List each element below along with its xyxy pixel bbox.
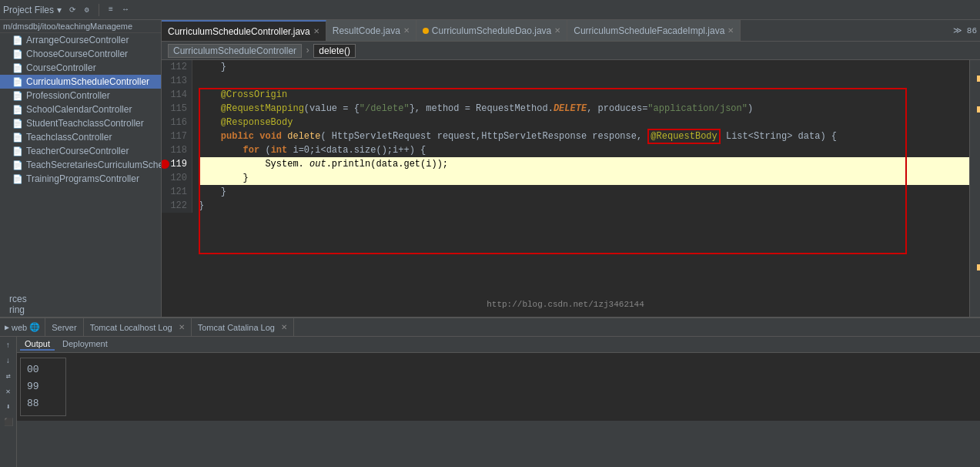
settings-icon[interactable]: ⚙ bbox=[81, 4, 93, 16]
bottom-tab[interactable]: Tomcat Localhost Log✕ bbox=[84, 318, 192, 337]
editor-tab[interactable]: ResultCode.java✕ bbox=[326, 20, 416, 42]
bottom-tab-label: Tomcat Localhost Log bbox=[90, 323, 172, 332]
tab-label: CurriculumScheduleDao.java bbox=[432, 25, 551, 36]
bottom-tab[interactable]: Server bbox=[45, 318, 83, 337]
console-tab[interactable]: Deployment bbox=[58, 338, 112, 351]
folder-icon: 📄 bbox=[12, 133, 23, 143]
output-line: 99 bbox=[27, 378, 59, 395]
console-tab[interactable]: Output bbox=[20, 338, 55, 351]
line-number: 122 bbox=[162, 199, 187, 213]
editor-area: CurriculumScheduleController.java✕Result… bbox=[162, 20, 980, 317]
tab-close-btn[interactable]: ✕ bbox=[727, 26, 734, 35]
sidebar-item[interactable]: 📄TeachSecretariesCurriculumSche bbox=[0, 158, 161, 172]
strip-icon-3[interactable]: ✕ bbox=[2, 385, 15, 398]
sidebar: m/dmsdbj/itoo/teachingManageme 📄ArrangeC… bbox=[0, 20, 162, 317]
web-label: web bbox=[12, 323, 27, 332]
line-number: 112 bbox=[162, 60, 187, 74]
bottom-tab-close[interactable]: ✕ bbox=[281, 323, 287, 331]
code-line: for (int i=0;i<data.size();i++) { bbox=[199, 143, 969, 157]
folder-icon: 📄 bbox=[12, 77, 23, 87]
strip-icon-5[interactable]: ⬛ bbox=[2, 415, 15, 429]
strip-icon-4[interactable]: ⬇ bbox=[2, 400, 15, 414]
scroll-markers[interactable] bbox=[969, 60, 980, 317]
output-line: 88 bbox=[27, 395, 59, 412]
sidebar-item[interactable]: 📄CourseController bbox=[0, 61, 161, 75]
sidebar-item-label: CurriculumScheduleController bbox=[26, 76, 149, 87]
strip-icon-0[interactable]: ↑ bbox=[2, 338, 15, 352]
bottom-tab-label: Tomcat Catalina Log bbox=[198, 323, 275, 332]
sidebar-item-label: TeachSecretariesCurriculumSche bbox=[26, 160, 161, 170]
sidebar-item[interactable]: 📄StudentTeachclassController bbox=[0, 116, 161, 130]
tab-overflow-btn[interactable]: ≫ bbox=[952, 25, 964, 35]
line-number: 116 bbox=[162, 116, 187, 129]
sidebar-item[interactable]: 📄TrainingProgramsController bbox=[0, 172, 161, 186]
folder-icon: 📄 bbox=[12, 105, 23, 115]
code-line: @CrossOrigin bbox=[199, 88, 969, 102]
main-layout: m/dmsdbj/itoo/teachingManageme 📄ArrangeC… bbox=[0, 20, 980, 317]
output-panel: 009988 bbox=[17, 353, 980, 421]
tab-label: ResultCode.java bbox=[333, 25, 400, 36]
scroll-marker-3 bbox=[977, 264, 980, 270]
unsaved-dot bbox=[423, 28, 429, 34]
toolbar-icons: ⟳ ⚙ ≡ ↔ bbox=[66, 4, 132, 16]
folder-icon: 📄 bbox=[12, 35, 23, 45]
code-line: } bbox=[199, 171, 969, 185]
sidebar-item[interactable]: 📄ArrangeCourseController bbox=[0, 33, 161, 47]
tab-label: CurriculumScheduleFacadeImpl.java bbox=[574, 25, 724, 36]
sidebar-item[interactable]: 📄SchoolCalendarController bbox=[0, 102, 161, 116]
console-panel: OutputDeployment 009988 bbox=[17, 337, 980, 467]
bottom-left-strip: ↑↓⇄✕⬇⬛ bbox=[0, 337, 17, 467]
sidebar-item[interactable]: 📄ChooseCourseController bbox=[0, 47, 161, 61]
line-number: 119 bbox=[162, 157, 187, 171]
folder-icon: 📄 bbox=[12, 174, 23, 184]
breadcrumb-item[interactable]: CurriculumScheduleController bbox=[168, 44, 302, 58]
strip-icon-1[interactable]: ↓ bbox=[2, 354, 15, 368]
bottom-tab-bar: ▶ web 🌐 ServerTomcat Localhost Log✕Tomca… bbox=[0, 318, 980, 337]
line-number: 118 bbox=[162, 143, 187, 157]
bottom-tab[interactable]: Tomcat Catalina Log✕ bbox=[192, 318, 294, 337]
tab-bar: CurriculumScheduleController.java✕Result… bbox=[162, 20, 980, 42]
line-number: 117 bbox=[162, 129, 187, 143]
sidebar-item[interactable]: 📄TeacherCourseController bbox=[0, 144, 161, 158]
code-editor[interactable]: 112113114115116117118119120121122 } @Cro… bbox=[162, 60, 969, 317]
scroll-marker-1 bbox=[977, 76, 980, 82]
editor-tab[interactable]: CurriculumScheduleDao.java✕ bbox=[416, 20, 567, 42]
code-lines: 112113114115116117118119120121122 } @Cro… bbox=[162, 60, 969, 213]
tab-close-btn[interactable]: ✕ bbox=[313, 27, 319, 35]
navigate-icon[interactable]: ↔ bbox=[119, 4, 132, 16]
sidebar-item[interactable]: 📄CurriculumScheduleController bbox=[0, 75, 161, 89]
line-number: 121 bbox=[162, 185, 187, 199]
sidebar-item[interactable]: 📄TeachclassController bbox=[0, 130, 161, 144]
tab-label: CurriculumScheduleController.java bbox=[168, 26, 310, 37]
code-line: @RequestMapping(value = {"/delete"}, met… bbox=[199, 102, 969, 116]
sidebar-item[interactable]: 📄ProfessionController bbox=[0, 89, 161, 102]
watermark: http://blog.csdn.net/1zj3462144 bbox=[487, 300, 644, 309]
code-line: System. out.println(data.get(i)); bbox=[199, 157, 969, 171]
gear-icon[interactable]: ≡ bbox=[105, 4, 117, 16]
tab-close-btn[interactable]: ✕ bbox=[403, 26, 410, 35]
folder-icon: 📄 bbox=[12, 146, 23, 156]
tab-close-btn[interactable]: ✕ bbox=[554, 26, 560, 35]
folder-icon: 📄 bbox=[12, 160, 23, 170]
code-line: } bbox=[199, 199, 969, 213]
code-line: public void delete( HttpServletRequest r… bbox=[199, 129, 969, 143]
sync-icon[interactable]: ⟳ bbox=[66, 4, 79, 16]
line-numbers: 112113114115116117118119120121122 bbox=[162, 60, 192, 213]
sidebar-item-label: CourseController bbox=[26, 62, 96, 73]
strip-icon-2[interactable]: ⇄ bbox=[2, 369, 15, 383]
code-line: } bbox=[199, 60, 969, 74]
tab-count: 86 bbox=[967, 26, 977, 35]
editor-tab[interactable]: CurriculumScheduleController.java✕ bbox=[162, 20, 326, 42]
bottom-tab-close[interactable]: ✕ bbox=[179, 323, 185, 331]
project-files-label: Project Files bbox=[3, 5, 54, 15]
breadcrumb-item[interactable]: delete() bbox=[313, 44, 356, 58]
dropdown-icon[interactable]: ▾ bbox=[57, 5, 62, 15]
bottom-panel: ▶ web 🌐 ServerTomcat Localhost Log✕Tomca… bbox=[0, 317, 980, 467]
editor-tab[interactable]: CurriculumScheduleFacadeImpl.java✕ bbox=[567, 20, 741, 42]
line-number: 115 bbox=[162, 102, 187, 116]
sidebar-ring: ring bbox=[3, 304, 158, 315]
sidebar-item-label: ChooseCourseController bbox=[26, 49, 128, 59]
console-tabs: OutputDeployment bbox=[17, 337, 980, 353]
project-files-title[interactable]: Project Files ▾ bbox=[3, 5, 62, 15]
web-globe-icon: 🌐 bbox=[29, 322, 40, 332]
